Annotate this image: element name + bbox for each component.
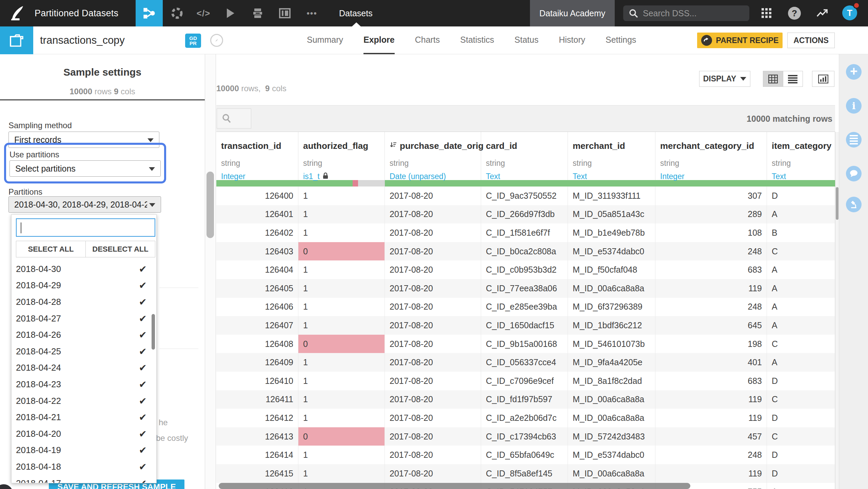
cell-purchase_date_orig[interactable]: 2017-08-20 [385,464,481,483]
column-meaning[interactable]: Integer [221,172,298,181]
dropdown-scrollbar[interactable] [152,314,155,350]
cell-card_id[interactable]: C_ID_9b15a00168 [481,335,568,353]
partition-item[interactable]: 2018-04-27✔ [12,310,157,327]
tab-charts[interactable]: Charts [415,26,440,54]
cell-merchant_id[interactable]: M_ID_6f37296389 [568,298,655,316]
more-icon[interactable]: ••• [302,0,322,26]
cell-item_category[interactable]: D [767,187,835,205]
cell-card_id[interactable]: C_ID_9ac3750552 [481,187,568,205]
play-icon[interactable] [220,0,241,26]
cell-purchase_date_orig[interactable]: 2017-08-20 [385,260,481,279]
partition-item[interactable]: 2018-04-19✔ [12,442,157,459]
cell-transaction_id[interactable]: 126407 [216,316,298,335]
horizontal-scrollbar-thumb[interactable] [219,483,690,489]
cell-purchase_date_orig[interactable]: 2017-08-20 [385,187,481,205]
column-meaning[interactable]: Text [772,172,835,181]
partition-item[interactable]: 2018-04-29✔ [12,277,157,294]
cell-card_id[interactable]: C_ID_a2e2b06d7c [481,409,568,427]
cell-merchant_id[interactable]: M_ID_00a6ca8a8a [568,409,655,427]
partition-item[interactable]: 2018-04-25✔ [12,343,157,360]
column-header-merchant_category_id[interactable]: merchant_category_idstringInteger [655,132,767,180]
cell-merchant_id[interactable]: M_ID_f50cfaf048 [568,260,655,279]
cell-transaction_id[interactable]: 126408 [216,335,298,353]
compass-icon[interactable] [210,34,223,47]
cell-purchase_date_orig[interactable]: 2017-08-20 [385,279,481,298]
apps-grid-icon[interactable] [758,0,775,26]
add-button[interactable]: + [839,63,868,80]
help-icon[interactable]: ? [786,0,803,26]
cell-authorized_flag[interactable]: 1 [298,279,385,298]
partition-item[interactable]: 2018-04-17✔ [12,475,157,483]
cell-transaction_id[interactable]: 126402 [216,223,298,242]
cell-item_category[interactable]: C [767,335,835,353]
cell-authorized_flag[interactable]: 1 [298,316,385,335]
trend-icon[interactable] [813,0,831,26]
schema-button[interactable] [839,131,868,148]
cell-card_id[interactable]: C_ID_c17394cb63 [481,427,568,446]
cell-merchant_id[interactable]: M_ID_00a6ca8a8a [568,390,655,409]
cell-purchase_date_orig[interactable]: 2017-08-20 [385,205,481,224]
cell-transaction_id[interactable]: 126405 [216,279,298,298]
cell-merchant_id[interactable]: M_ID_e5374dabc0 [568,242,655,261]
cell-item_category[interactable]: C [767,390,835,409]
cell-authorized_flag[interactable]: 1 [298,353,385,372]
cell-purchase_date_orig[interactable]: 2017-08-20 [385,335,481,353]
tab-statistics[interactable]: Statistics [460,26,494,54]
vertical-scrollbar-thumb[interactable] [836,187,839,220]
cell-transaction_id[interactable]: 126412 [216,409,298,427]
cell-item_category[interactable]: C [767,427,835,446]
cell-authorized_flag[interactable]: 1 [298,223,385,242]
cell-authorized_flag[interactable]: 1 [298,464,385,483]
cell-transaction_id[interactable]: 126406 [216,298,298,316]
cell-merchant_category_id[interactable]: 645 [655,316,767,335]
cell-merchant_id[interactable]: M_ID_00a6ca8a8a [568,279,655,298]
cell-item_category[interactable]: D [767,464,835,483]
display-button[interactable]: DISPLAY [699,71,750,87]
cell-merchant_category_id[interactable]: 457 [655,427,767,446]
tab-status[interactable]: Status [514,26,538,54]
cell-merchant_category_id[interactable]: 119 [655,409,767,427]
cell-card_id[interactable]: C_ID_c0b953b3d2 [481,260,568,279]
column-header-purchase_date_orig[interactable]: purchase_date_origstringDate (unparsed) [385,132,481,180]
cell-transaction_id[interactable]: 126401 [216,205,298,224]
cell-merchant_category_id[interactable]: 248 [655,242,767,261]
cell-transaction_id[interactable]: 126404 [216,260,298,279]
actions-button[interactable]: ACTIONS [787,33,835,48]
cell-transaction_id[interactable]: 126403 [216,242,298,261]
column-meaning[interactable]: Text [486,172,568,181]
rotor-icon[interactable] [167,0,187,26]
cell-purchase_date_orig[interactable]: 2017-08-20 [385,446,481,464]
cell-card_id[interactable]: C_ID_8f5a8ef145 [481,464,568,483]
partitions-select[interactable]: 2018-04-30, 2018-04-29, 2018-04-28, [8,196,161,213]
column-meaning[interactable]: Integer [660,172,767,181]
cell-card_id[interactable]: C_ID_e285ee39ba [481,298,568,316]
cell-merchant_category_id[interactable]: 683 [655,260,767,279]
cell-card_id[interactable]: C_ID_65bfa0649c [481,446,568,464]
cell-card_id[interactable]: C_ID_c7096e9cef [481,372,568,390]
tab-explore[interactable]: Explore [363,26,395,54]
cell-purchase_date_orig[interactable]: 2017-08-20 [385,372,481,390]
cell-authorized_flag[interactable]: 0 [298,427,385,446]
cell-card_id[interactable]: C_ID_77eea38a06 [481,279,568,298]
global-search[interactable] [623,5,749,21]
cell-authorized_flag[interactable]: 0 [298,335,385,353]
column-header-merchant_id[interactable]: merchant_idstringText [568,132,655,180]
cell-merchant_category_id[interactable]: 289 [655,205,767,224]
cell-merchant_id[interactable]: M_ID_311933f111 [568,187,655,205]
column-meaning[interactable]: Date (unparsed) [390,172,481,181]
project-title[interactable]: Partitioned Datasets [35,0,118,26]
cell-card_id[interactable]: C_ID_1f581e6f7f [481,223,568,242]
partition-item[interactable]: 2018-04-24✔ [12,360,157,376]
tab-history[interactable]: History [559,26,585,54]
cell-item_category[interactable]: A [767,316,835,335]
cell-merchant_category_id[interactable]: 108 [655,223,767,242]
academy-link[interactable]: Dataiku Academy [530,0,615,26]
cell-authorized_flag[interactable]: 1 [298,298,385,316]
cell-merchant_id[interactable]: M_ID_9fa4a4205e [568,353,655,372]
partition-item[interactable]: 2018-04-21✔ [12,409,157,426]
cell-item_category[interactable]: A [767,353,835,372]
use-partitions-select[interactable]: Select partitions [9,160,161,177]
cell-purchase_date_orig[interactable]: 2017-08-20 [385,316,481,335]
cell-authorized_flag[interactable]: 1 [298,187,385,205]
cell-purchase_date_orig[interactable]: 2017-08-20 [385,353,481,372]
